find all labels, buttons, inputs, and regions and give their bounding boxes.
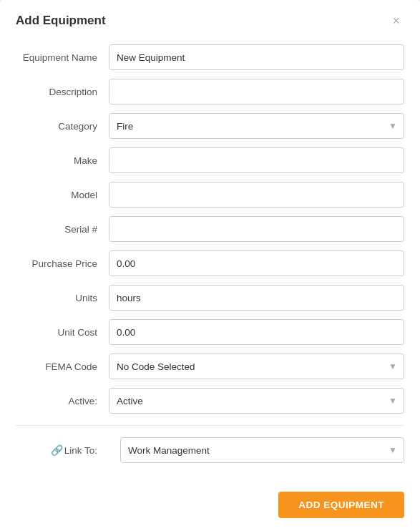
make-label: Make	[16, 155, 109, 166]
category-row: Category Fire Other ▼	[16, 113, 404, 139]
serial-input[interactable]	[109, 216, 404, 242]
active-select[interactable]: Active Inactive	[109, 388, 404, 414]
category-select[interactable]: Fire Other	[109, 113, 404, 139]
link-to-label: Link To:	[64, 445, 97, 456]
active-label: Active:	[16, 396, 109, 406]
equipment-name-label: Equipment Name	[16, 52, 109, 63]
unit-cost-label: Unit Cost	[16, 327, 109, 338]
description-input[interactable]	[109, 79, 404, 104]
unit-cost-row: Unit Cost	[16, 319, 404, 345]
category-select-wrap: Fire Other ▼	[109, 113, 404, 139]
equipment-name-row: Equipment Name	[16, 44, 404, 70]
link-to-select-wrap: Work Management ▼	[120, 437, 404, 463]
units-label: Units	[16, 293, 109, 303]
model-label: Model	[16, 190, 109, 200]
link-icon: 🔗	[51, 444, 63, 456]
link-to-select[interactable]: Work Management	[120, 437, 404, 463]
link-to-label-wrap: 🔗 Link To:	[16, 444, 109, 456]
fema-code-select-wrap: No Code Selected ▼	[109, 354, 404, 379]
add-equipment-button[interactable]: ADD EQUIPMENT	[278, 492, 404, 518]
fema-code-row: FEMA Code No Code Selected ▼	[16, 354, 404, 379]
model-input[interactable]	[109, 182, 404, 208]
category-label: Category	[16, 121, 109, 132]
form-divider	[16, 425, 404, 426]
make-row: Make	[16, 147, 404, 173]
serial-label: Serial #	[16, 224, 109, 235]
form-footer: ADD EQUIPMENT	[0, 492, 420, 518]
units-row: Units	[16, 285, 404, 311]
make-input[interactable]	[109, 147, 404, 173]
add-equipment-dialog: Add Equipment × Equipment Name Descripti…	[0, 0, 420, 531]
purchase-price-row: Purchase Price	[16, 250, 404, 276]
active-row: Active: Active Inactive ▼	[16, 388, 404, 414]
equipment-name-input[interactable]	[109, 44, 404, 70]
purchase-price-input[interactable]	[109, 250, 404, 276]
active-select-wrap: Active Inactive ▼	[109, 388, 404, 414]
fema-code-select[interactable]: No Code Selected	[109, 354, 404, 379]
dialog-title: Add Equipment	[16, 14, 106, 28]
units-input[interactable]	[109, 285, 404, 311]
description-label: Description	[16, 87, 109, 97]
form-body: Equipment Name Description Category Fire…	[0, 39, 420, 463]
close-button[interactable]: ×	[388, 13, 404, 29]
fema-code-label: FEMA Code	[16, 361, 109, 372]
unit-cost-input[interactable]	[109, 319, 404, 345]
model-row: Model	[16, 182, 404, 208]
description-row: Description	[16, 79, 404, 104]
dialog-header: Add Equipment ×	[0, 0, 420, 39]
link-to-row: 🔗 Link To: Work Management ▼	[16, 437, 404, 463]
purchase-price-label: Purchase Price	[16, 258, 109, 269]
serial-row: Serial #	[16, 216, 404, 242]
